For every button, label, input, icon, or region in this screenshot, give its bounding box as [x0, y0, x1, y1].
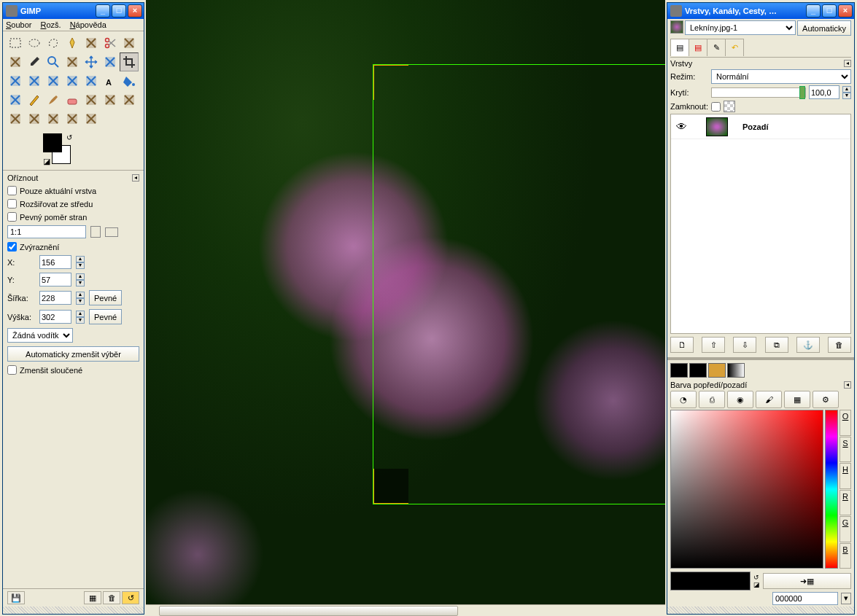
y-input[interactable] [39, 273, 71, 286]
width-lock-button[interactable]: Pevné [89, 290, 122, 305]
anchor-layer-button[interactable]: ⚓ [796, 337, 820, 353]
picker-gimp-icon[interactable]: ◔ [670, 391, 697, 408]
tool-options-menu-icon[interactable]: ◂ [132, 174, 139, 182]
tool-by-color-select[interactable] [82, 34, 101, 52]
close-button[interactable]: × [128, 4, 142, 17]
height-input[interactable] [39, 310, 71, 324]
tool-perspective[interactable] [63, 71, 82, 90]
horizontal-scrollbar[interactable] [146, 604, 665, 616]
tool-bucket-fill[interactable] [120, 71, 139, 90]
tab-paths[interactable]: ✎ [707, 39, 726, 56]
tool-paintbrush[interactable] [44, 90, 63, 109]
shrink-merged-checkbox[interactable] [7, 365, 17, 375]
scrollbar-thumb[interactable] [159, 606, 458, 616]
picker-sliders-icon[interactable]: ⚙ [813, 391, 839, 408]
fixed-aspect-checkbox[interactable] [7, 212, 17, 222]
maximize-button[interactable]: □ [822, 4, 837, 17]
tool-pencil[interactable] [25, 90, 44, 109]
delete-options-icon[interactable]: 🗑 [103, 591, 120, 604]
image-canvas[interactable] [146, 0, 665, 616]
tab-undo[interactable]: ↶ [725, 39, 744, 56]
tool-smudge[interactable] [63, 109, 82, 128]
expand-from-center-checkbox[interactable] [7, 199, 17, 208]
height-spinner[interactable]: ▲▼ [76, 311, 85, 324]
delete-layer-button[interactable]: 🗑 [828, 337, 851, 353]
hsv-button-b[interactable]: B [839, 543, 851, 569]
resize-grip[interactable] [667, 607, 854, 614]
shrink-merged-row[interactable]: Zmenšit sloučené [7, 365, 139, 375]
layer-name[interactable]: Pozadí [742, 122, 768, 131]
layer-row[interactable]: 👁 Pozadí [671, 114, 850, 139]
add-to-palette-button[interactable]: ➜▦ [763, 573, 851, 589]
tool-paths[interactable] [6, 52, 25, 71]
crop-rectangle[interactable] [373, 64, 665, 504]
preset-wood[interactable] [708, 363, 726, 378]
hsv-button-r[interactable]: R [839, 490, 851, 516]
picker-wheel-icon[interactable]: ◉ [727, 391, 753, 408]
x-spinner[interactable]: ▲▼ [76, 256, 85, 269]
minimize-button[interactable]: _ [96, 4, 110, 17]
preset-fgbg-swatch[interactable] [670, 363, 688, 378]
resize-grip[interactable] [3, 607, 144, 614]
x-input[interactable] [39, 255, 71, 269]
fgbg-menu-icon[interactable]: ◂ [844, 381, 851, 389]
current-color-swatch[interactable] [670, 572, 751, 590]
tool-airbrush[interactable] [82, 90, 101, 109]
menu-help[interactable]: Nápověda [70, 20, 106, 29]
tab-layers[interactable]: ▤ [670, 39, 689, 56]
tool-flip[interactable] [82, 71, 101, 90]
portrait-icon[interactable] [90, 226, 101, 238]
opacity-input[interactable] [809, 85, 839, 99]
layers-menu-icon[interactable]: ◂ [844, 60, 851, 67]
crop-handle-bl[interactable] [373, 469, 408, 504]
raise-layer-button[interactable]: ⇧ [702, 337, 725, 353]
tool-fuzzy-select[interactable] [63, 34, 82, 52]
tool-move[interactable] [82, 52, 101, 71]
new-layer-button[interactable]: 🗋 [670, 337, 694, 353]
tool-foreground-select[interactable] [120, 34, 139, 52]
tool-dodge-burn[interactable] [82, 109, 101, 128]
tool-rect-select[interactable] [6, 34, 25, 52]
tool-clone[interactable] [120, 90, 139, 109]
highlight-row[interactable]: Zvýraznění [7, 242, 139, 252]
tool-ellipse-select[interactable] [25, 34, 44, 52]
landscape-icon[interactable] [105, 227, 118, 237]
opacity-slider[interactable] [711, 87, 806, 98]
preset-gradient[interactable] [727, 363, 745, 378]
hsv-button-o[interactable]: O [839, 410, 851, 436]
reset-colors-icon[interactable]: ◪ [43, 157, 50, 164]
visibility-eye-icon[interactable]: 👁 [671, 120, 691, 133]
minimize-button[interactable]: _ [806, 4, 821, 17]
tool-zoom[interactable] [44, 52, 63, 71]
width-spinner[interactable]: ▲▼ [76, 292, 85, 305]
swap-reset-icons[interactable]: ↺◪ [753, 574, 760, 588]
lower-layer-button[interactable]: ⇩ [733, 337, 756, 353]
tool-crop[interactable] [120, 52, 139, 71]
picker-brush-icon[interactable]: 🖌 [756, 391, 782, 408]
hue-bar[interactable] [825, 410, 838, 569]
menu-ext[interactable]: Rozš. [40, 20, 61, 29]
fg-color[interactable] [43, 133, 62, 152]
mode-select[interactable]: Normální [711, 69, 851, 84]
hsv-button-g[interactable]: G [839, 516, 851, 542]
height-lock-button[interactable]: Pevné [89, 309, 122, 324]
layer-list[interactable]: 👁 Pozadí [670, 114, 851, 334]
layer-thumbnail[interactable] [706, 117, 728, 136]
hex-dropdown-icon[interactable]: ▾ [841, 593, 851, 604]
tool-ink[interactable] [101, 90, 120, 109]
only-current-layer-row[interactable]: Pouze aktuální vrstva [7, 186, 139, 195]
tab-channels[interactable]: ▤ [689, 39, 707, 56]
duplicate-layer-button[interactable]: ⧉ [765, 337, 788, 353]
tool-shear[interactable] [44, 71, 63, 90]
width-input[interactable] [39, 291, 71, 305]
fixed-aspect-row[interactable]: Pevný poměr stran [7, 212, 139, 222]
restore-options-icon[interactable]: ▦ [84, 591, 101, 604]
tool-perspective-clone[interactable] [25, 109, 44, 128]
toolbox-titlebar[interactable]: GIMP _ □ × [3, 3, 144, 19]
auto-shrink-button[interactable]: Automaticky zmenšit výběr [7, 346, 139, 362]
tool-free-select[interactable] [44, 34, 63, 52]
tool-align[interactable] [101, 52, 120, 71]
tool-rotate[interactable] [6, 71, 25, 90]
only-current-layer-checkbox[interactable] [7, 186, 17, 195]
tool-heal[interactable] [6, 109, 25, 128]
